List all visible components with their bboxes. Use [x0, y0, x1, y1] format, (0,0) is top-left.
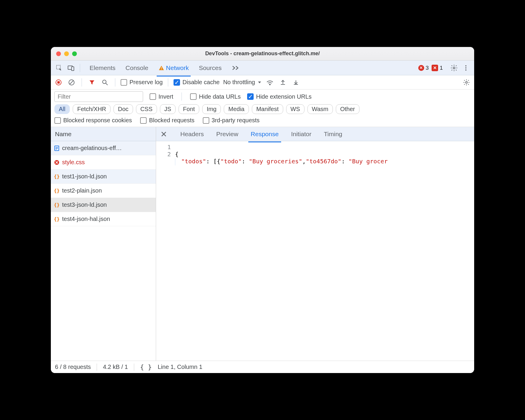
svg-text:{}: {}	[54, 202, 59, 208]
devtools-window: DevTools - cream-gelatinous-effect.glitc…	[51, 47, 474, 373]
response-body[interactable]: 1 2 { "todos": [{"todo": "Buy groceries"…	[156, 141, 474, 361]
svg-point-12	[103, 80, 106, 84]
status-size: 4.2 kB / 1	[103, 364, 128, 370]
type-chip-manifest[interactable]: Manifest	[252, 104, 283, 114]
divider	[168, 78, 168, 87]
status-counts: ✕ 3 ✕ 1	[418, 65, 443, 71]
type-filter-chips: AllFetch/XHRDocCSSJSFontImgMediaManifest…	[54, 104, 471, 114]
hide-extension-urls-checkbox[interactable]: ✓ Hide extension URLs	[247, 93, 312, 100]
code-token: "todos"	[181, 158, 206, 165]
issue-icon: ✕	[432, 65, 438, 71]
checkbox-checked-icon: ✓	[247, 93, 254, 100]
line-number: 1	[160, 144, 171, 151]
type-chip-img[interactable]: Img	[202, 104, 221, 114]
disable-cache-checkbox[interactable]: ✓ Disable cache	[174, 79, 220, 86]
error-icon: ✕	[418, 65, 424, 71]
checkbox-icon	[150, 93, 156, 100]
tab-elements[interactable]: Elements	[90, 61, 116, 74]
blocked-cookies-checkbox[interactable]: Blocked response cookies	[54, 117, 132, 124]
filter-row: Invert Hide data URLs ✓ Hide extension U…	[51, 89, 474, 127]
divider	[134, 364, 134, 371]
inspect-element-icon[interactable]	[54, 63, 64, 73]
type-chip-font[interactable]: Font	[179, 104, 199, 114]
detail-tab-response[interactable]: Response	[249, 128, 280, 140]
upload-har-icon[interactable]	[278, 78, 288, 87]
request-name: test3-json-ld.json	[62, 201, 107, 208]
request-row[interactable]: {}test4-json-hal.json	[51, 212, 156, 226]
third-party-checkbox[interactable]: 3rd-party requests	[203, 117, 260, 124]
request-row[interactable]: {}test2-plain.json	[51, 184, 156, 198]
clear-button[interactable]	[67, 78, 76, 87]
type-chip-js[interactable]: JS	[160, 104, 176, 114]
hide-data-urls-checkbox[interactable]: Hide data URLs	[190, 93, 241, 100]
code-token: ,	[302, 158, 306, 165]
code-token: {	[175, 151, 179, 158]
svg-text:{}: {}	[54, 188, 59, 193]
third-party-label: 3rd-party requests	[212, 117, 260, 124]
invert-label: Invert	[158, 93, 173, 100]
divider	[97, 364, 97, 371]
type-chip-ws[interactable]: WS	[286, 104, 304, 114]
type-chip-other[interactable]: Other	[336, 104, 359, 114]
request-row[interactable]: style.css	[51, 155, 156, 170]
network-conditions-icon[interactable]	[265, 78, 275, 87]
blocked-cookies-label: Blocked response cookies	[63, 117, 132, 124]
device-toolbar-icon[interactable]	[66, 63, 76, 73]
record-button[interactable]	[54, 78, 63, 87]
issue-count[interactable]: ✕ 1	[432, 65, 443, 71]
filter-icon[interactable]	[87, 78, 97, 87]
type-chip-doc[interactable]: Doc	[114, 104, 133, 114]
download-har-icon[interactable]	[291, 78, 301, 87]
zoom-window-button[interactable]	[72, 51, 77, 56]
tab-sources[interactable]: Sources	[199, 61, 222, 74]
disable-cache-label: Disable cache	[182, 79, 220, 86]
detail-tab-initiator[interactable]: Initiator	[290, 128, 313, 140]
preserve-log-label: Preserve log	[129, 79, 163, 86]
detail-tab-headers[interactable]: Headers	[179, 128, 205, 140]
preserve-log-checkbox[interactable]: Preserve log	[121, 79, 163, 86]
kebab-menu-icon[interactable]	[461, 63, 471, 73]
type-chip-fetchxhr[interactable]: Fetch/XHR	[73, 104, 111, 114]
type-chip-css[interactable]: CSS	[136, 104, 157, 114]
code-token: "todo"	[220, 158, 242, 165]
detail-tab-timing[interactable]: Timing	[323, 128, 343, 140]
request-row[interactable]: {}test1-json-ld.json	[51, 170, 156, 184]
detail-tab-preview[interactable]: Preview	[215, 128, 239, 140]
window-controls	[56, 51, 77, 56]
blocked-requests-checkbox[interactable]: Blocked requests	[140, 117, 194, 124]
status-cursor: Line 1, Column 1	[158, 364, 202, 370]
request-row[interactable]: cream-gelatinous-eff…	[51, 141, 156, 155]
code-content: { "todos": [{"todo": "Buy groceries","to…	[175, 141, 474, 361]
type-chip-media[interactable]: Media	[224, 104, 249, 114]
search-icon[interactable]	[100, 78, 110, 87]
svg-rect-2	[72, 67, 74, 71]
svg-point-6	[465, 65, 466, 66]
settings-icon[interactable]	[449, 63, 459, 73]
minimize-window-button[interactable]	[64, 51, 69, 56]
checkbox-icon	[190, 93, 197, 100]
tab-console[interactable]: Console	[126, 61, 148, 74]
request-rows: cream-gelatinous-eff…style.css{}test1-js…	[51, 141, 156, 226]
status-requests: 6 / 8 requests	[55, 364, 91, 370]
throttling-select[interactable]: No throttling	[223, 79, 262, 86]
close-window-button[interactable]	[56, 51, 61, 56]
svg-rect-3	[161, 67, 162, 69]
network-settings-icon[interactable]	[462, 78, 471, 87]
close-detail-button[interactable]	[158, 129, 169, 139]
line-number: 2	[160, 151, 171, 158]
titlebar: DevTools - cream-gelatinous-effect.glitc…	[51, 47, 474, 61]
tab-overflow[interactable]	[232, 61, 239, 74]
type-chip-all[interactable]: All	[54, 104, 70, 114]
tab-network[interactable]: Network	[158, 61, 189, 74]
svg-point-8	[465, 69, 466, 71]
invert-checkbox[interactable]: Invert	[150, 93, 173, 100]
checkbox-icon	[140, 117, 147, 124]
filter-input[interactable]	[54, 91, 143, 102]
error-count[interactable]: ✕ 3	[418, 65, 429, 71]
hide-data-label: Hide data URLs	[199, 93, 241, 100]
request-row[interactable]: {}test3-json-ld.json	[51, 198, 156, 212]
panel-tabstrip: Elements Console Network Sources ✕ 3 ✕ 1	[51, 61, 474, 75]
pretty-print-icon[interactable]: { }	[140, 363, 152, 371]
type-chip-wasm[interactable]: Wasm	[307, 104, 333, 114]
blocked-requests-label: Blocked requests	[149, 117, 194, 124]
